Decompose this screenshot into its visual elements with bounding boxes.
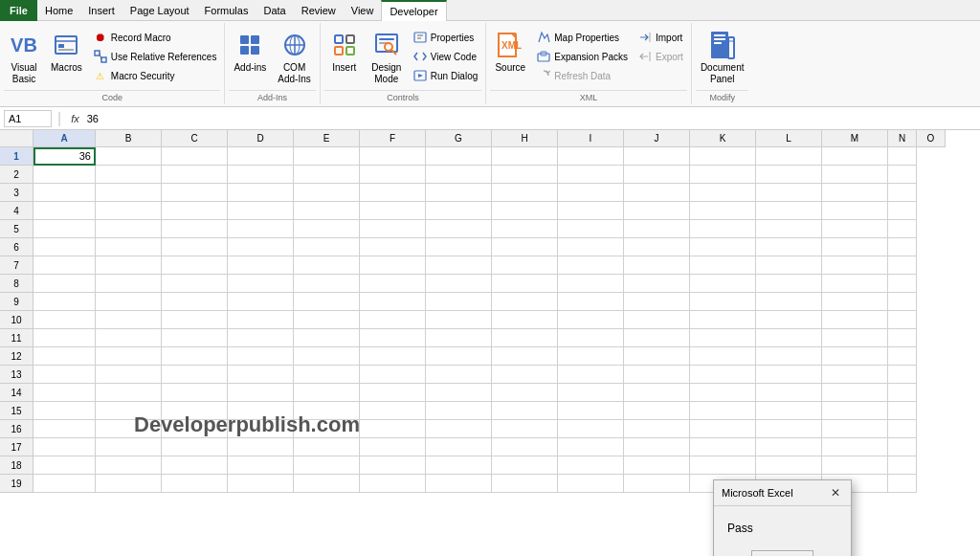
cell-A5[interactable] [33, 220, 96, 238]
cell-G6[interactable] [426, 238, 492, 256]
cell-G16[interactable] [426, 420, 492, 438]
com-add-ins-button[interactable]: COMAdd-Ins [273, 27, 315, 88]
cell-H8[interactable] [492, 275, 558, 293]
cell-L11[interactable] [756, 329, 822, 347]
view-menu[interactable]: View [344, 0, 382, 21]
cell-M2[interactable] [822, 166, 888, 184]
cell-L15[interactable] [756, 402, 822, 420]
cell-D14[interactable] [228, 384, 294, 402]
cell-J19[interactable] [624, 475, 690, 493]
cell-M17[interactable] [822, 438, 888, 456]
cell-K16[interactable] [690, 420, 756, 438]
design-mode-button[interactable]: DesignMode [367, 27, 407, 88]
cell-J11[interactable] [624, 329, 690, 347]
cell-H16[interactable] [492, 420, 558, 438]
cell-A2[interactable] [33, 166, 96, 184]
cell-e1[interactable] [294, 147, 360, 166]
cell-K10[interactable] [690, 311, 756, 329]
cell-K7[interactable] [690, 256, 756, 275]
cell-A3[interactable] [33, 184, 96, 202]
cell-A7[interactable] [33, 256, 96, 275]
developer-menu[interactable]: Developer [381, 0, 446, 21]
cell-G13[interactable] [426, 366, 492, 384]
cell-M3[interactable] [822, 184, 888, 202]
cell-J7[interactable] [624, 256, 690, 275]
cell-J4[interactable] [624, 202, 690, 220]
cell-N7[interactable] [888, 256, 917, 275]
cell-H10[interactable] [492, 311, 558, 329]
cell-M10[interactable] [822, 311, 888, 329]
cell-A14[interactable] [33, 384, 96, 402]
cell-F19[interactable] [360, 475, 426, 493]
cell-D11[interactable] [228, 329, 294, 347]
cell-D18[interactable] [228, 456, 294, 475]
cell-F14[interactable] [360, 384, 426, 402]
cell-M18[interactable] [822, 456, 888, 475]
cell-E19[interactable] [294, 475, 360, 493]
cell-F10[interactable] [360, 311, 426, 329]
cell-B4[interactable] [96, 202, 162, 220]
cell-b1[interactable] [96, 147, 162, 166]
macros-button[interactable]: Macros [46, 27, 87, 77]
cell-F13[interactable] [360, 366, 426, 384]
cell-j1[interactable] [624, 147, 690, 166]
cell-F2[interactable] [360, 166, 426, 184]
insert-button[interactable]: Insert [324, 27, 365, 77]
cell-J14[interactable] [624, 384, 690, 402]
cell-E16[interactable] [294, 420, 360, 438]
cell-C5[interactable] [162, 220, 228, 238]
cell-C16[interactable] [162, 420, 228, 438]
cell-M12[interactable] [822, 347, 888, 366]
cell-E8[interactable] [294, 275, 360, 293]
cell-I4[interactable] [558, 202, 624, 220]
cell-C8[interactable] [162, 275, 228, 293]
cell-H4[interactable] [492, 202, 558, 220]
cell-C2[interactable] [162, 166, 228, 184]
cell-N4[interactable] [888, 202, 917, 220]
cell-M8[interactable] [822, 275, 888, 293]
cell-J16[interactable] [624, 420, 690, 438]
cell-L18[interactable] [756, 456, 822, 475]
cell-f1[interactable] [360, 147, 426, 166]
cell-A13[interactable] [33, 366, 96, 384]
cell-F6[interactable] [360, 238, 426, 256]
cell-K13[interactable] [690, 366, 756, 384]
review-menu[interactable]: Review [294, 0, 344, 21]
cell-H18[interactable] [492, 456, 558, 475]
cell-I6[interactable] [558, 238, 624, 256]
cell-D7[interactable] [228, 256, 294, 275]
cell-A9[interactable] [33, 293, 96, 311]
cell-E4[interactable] [294, 202, 360, 220]
cell-C7[interactable] [162, 256, 228, 275]
cell-I16[interactable] [558, 420, 624, 438]
cell-D17[interactable] [228, 438, 294, 456]
cell-G3[interactable] [426, 184, 492, 202]
cell-I3[interactable] [558, 184, 624, 202]
cell-a1[interactable]: 36 [33, 147, 96, 166]
cell-B17[interactable] [96, 438, 162, 456]
cell-N12[interactable] [888, 347, 917, 366]
cell-A12[interactable] [33, 347, 96, 366]
cell-G5[interactable] [426, 220, 492, 238]
cell-K6[interactable] [690, 238, 756, 256]
cell-D9[interactable] [228, 293, 294, 311]
cell-J12[interactable] [624, 347, 690, 366]
cell-B10[interactable] [96, 311, 162, 329]
formulas-menu[interactable]: Formulas [197, 0, 256, 21]
cell-M7[interactable] [822, 256, 888, 275]
insert-menu[interactable]: Insert [80, 0, 122, 21]
cell-C10[interactable] [162, 311, 228, 329]
cell-H2[interactable] [492, 166, 558, 184]
cell-E18[interactable] [294, 456, 360, 475]
cell-D16[interactable] [228, 420, 294, 438]
cell-I19[interactable] [558, 475, 624, 493]
cell-K17[interactable] [690, 438, 756, 456]
cell-M13[interactable] [822, 366, 888, 384]
cell-N3[interactable] [888, 184, 917, 202]
cell-H15[interactable] [492, 402, 558, 420]
cell-C3[interactable] [162, 184, 228, 202]
cell-K12[interactable] [690, 347, 756, 366]
cell-A4[interactable] [33, 202, 96, 220]
cell-M5[interactable] [822, 220, 888, 238]
cell-J10[interactable] [624, 311, 690, 329]
